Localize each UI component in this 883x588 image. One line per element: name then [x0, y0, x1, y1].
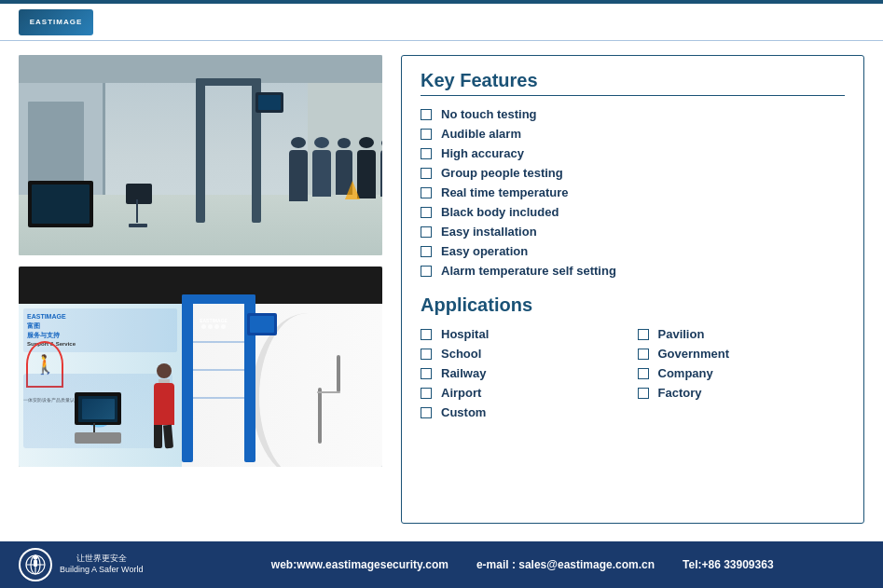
checkbox-icon [638, 388, 649, 399]
main-content: EASTIMAGE富图服务与支持Support & Service 🚶 一体安防… [0, 41, 883, 538]
feature-list: No touch testing Audible alarm High accu… [421, 107, 845, 278]
app-item-label: Custom [441, 405, 486, 419]
footer-email: e-mail : sales@eastimage.com.cn [476, 558, 655, 571]
app-item-label: Railway [441, 366, 486, 380]
checkbox-icon [638, 329, 649, 340]
footer-contact: web:www.eastimagesecurity.com e-mail : s… [161, 558, 883, 571]
photo-top [19, 55, 382, 255]
checkbox-icon [421, 168, 432, 179]
feature-item-label: High accuracy [441, 146, 524, 160]
list-item: Easy installation [421, 225, 845, 239]
checkbox-icon [421, 207, 432, 218]
feature-item-label: Real time temperature [441, 185, 569, 199]
checkbox-icon [421, 266, 432, 277]
list-item: School [421, 347, 628, 361]
app-item-label: Airport [441, 386, 481, 400]
footer-slogan: 让世界更安全 Building A Safer World [60, 554, 143, 575]
photo-bottom: EASTIMAGE富图服务与支持Support & Service 🚶 一体安防… [19, 267, 382, 467]
app-item-label: Pavilion [658, 327, 705, 341]
checkbox-icon [638, 368, 649, 379]
checkbox-icon [638, 349, 649, 360]
svg-rect-6 [34, 560, 37, 567]
applications-title: Applications [421, 294, 845, 316]
checkbox-icon [421, 109, 432, 120]
list-item: Audible alarm [421, 127, 845, 141]
list-item: Black body included [421, 205, 845, 219]
company-logo: EASTIMAGE [19, 9, 93, 35]
list-item: Alarm temperature self setting [421, 264, 845, 278]
list-item: High accuracy [421, 146, 845, 160]
footer-logo-circle [19, 548, 52, 581]
checkbox-icon [421, 329, 432, 340]
feature-item-label: Audible alarm [441, 127, 521, 141]
list-item: Company [638, 366, 846, 380]
list-item: Custom [421, 405, 628, 419]
list-item: Easy operation [421, 244, 845, 258]
list-item: Group people testing [421, 166, 845, 180]
list-item: Government [638, 347, 846, 361]
list-item: Pavilion [638, 327, 846, 341]
footer: 让世界更安全 Building A Safer World web:www.ea… [0, 541, 883, 588]
footer-logo-area: 让世界更安全 Building A Safer World [0, 548, 161, 581]
list-item: No touch testing [421, 107, 845, 121]
feature-item-label: Black body included [441, 205, 559, 219]
checkbox-icon [421, 407, 432, 418]
header: EASTIMAGE [0, 4, 883, 41]
features-box: Key Features No touch testing Audible al… [401, 55, 864, 524]
list-item: Factory [638, 386, 846, 400]
applications-list: Hospital Pavilion School Government Rail… [421, 327, 845, 425]
app-item-label: Government [658, 347, 730, 361]
feature-item-label: Easy operation [441, 244, 528, 258]
list-item: Airport [421, 386, 628, 400]
checkbox-icon [421, 148, 432, 159]
feature-item-label: Alarm temperature self setting [441, 264, 616, 278]
globe-logo-icon [20, 549, 51, 581]
checkbox-icon [421, 129, 432, 140]
photos-column: EASTIMAGE富图服务与支持Support & Service 🚶 一体安防… [19, 55, 382, 524]
feature-item-label: Group people testing [441, 166, 563, 180]
list-item: Hospital [421, 327, 628, 341]
key-features-title: Key Features [421, 70, 845, 96]
feature-item-label: Easy installation [441, 225, 537, 239]
checkbox-icon [421, 368, 432, 379]
checkbox-icon [421, 187, 432, 198]
feature-item-label: No touch testing [441, 107, 537, 121]
checkbox-icon [421, 349, 432, 360]
app-item-label: Company [658, 366, 713, 380]
checkbox-icon [421, 246, 432, 257]
app-item-label: Hospital [441, 327, 489, 341]
list-item: Railway [421, 366, 628, 380]
list-item: Real time temperature [421, 185, 845, 199]
features-column: Key Features No touch testing Audible al… [401, 55, 864, 524]
logo-area: EASTIMAGE [19, 9, 93, 35]
checkbox-icon [421, 226, 432, 238]
svg-point-5 [34, 555, 38, 560]
app-item-label: Factory [658, 386, 702, 400]
checkbox-icon [421, 388, 432, 399]
app-item-label: School [441, 347, 481, 361]
footer-web: web:www.eastimagesecurity.com [271, 558, 448, 571]
footer-tel: Tel:+86 33909363 [683, 558, 774, 571]
